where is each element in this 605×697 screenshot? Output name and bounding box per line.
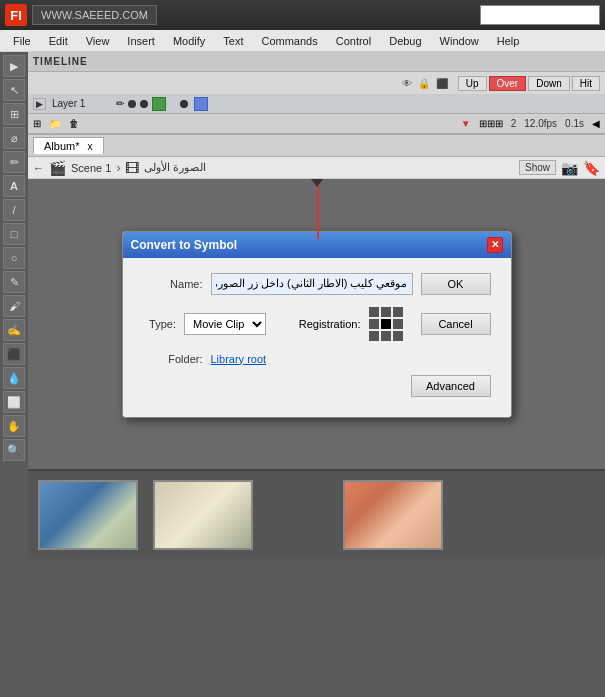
dialog-folder-row: Folder: Library root xyxy=(143,353,491,365)
movie-clip-icon: 🎞 xyxy=(125,160,139,176)
tool-eyedropper[interactable]: 💧 xyxy=(3,367,25,389)
dialog-advanced-button[interactable]: Advanced xyxy=(411,375,491,397)
timeline-add-layer[interactable]: ⊞ xyxy=(33,118,41,129)
scene-icon: 🎬 xyxy=(49,160,66,176)
frame-number: 2 xyxy=(511,118,517,129)
menu-window[interactable]: Window xyxy=(432,33,487,49)
stage-tabs: Album* x xyxy=(28,135,605,157)
layer-frame-blue xyxy=(194,97,208,111)
tool-ink[interactable]: ✍ xyxy=(3,319,25,341)
thumbnails-bar xyxy=(28,469,605,559)
timeline-controls: 👁 🔒 ⬛ Up Over Down Hit xyxy=(28,72,605,94)
dialog-ok-button[interactable]: OK xyxy=(421,273,491,295)
tool-paint-bucket[interactable]: ⬛ xyxy=(3,343,25,365)
timeline-delete[interactable]: 🗑 xyxy=(69,118,79,129)
fps-display[interactable]: 12.0fps xyxy=(524,118,557,129)
library-root-link[interactable]: Library root xyxy=(211,353,267,365)
show-icon-1[interactable]: 📷 xyxy=(561,160,578,176)
dialog-name-input[interactable] xyxy=(211,273,413,295)
title-search-box[interactable] xyxy=(480,5,600,25)
search-input[interactable] xyxy=(485,9,595,21)
timeline-btn-down[interactable]: Down xyxy=(528,76,570,91)
show-icon-2[interactable]: 🔖 xyxy=(583,160,600,176)
menu-edit[interactable]: Edit xyxy=(41,33,76,49)
thumbnail-3[interactable] xyxy=(343,480,443,550)
frame-indicator: ▼ xyxy=(461,118,471,129)
playhead-line xyxy=(317,179,319,239)
tool-brush[interactable]: 🖌 xyxy=(3,295,25,317)
dialog-type-label: Type: xyxy=(143,318,176,330)
reg-dot-tc[interactable] xyxy=(381,307,391,317)
dialog-body: Name: OK Type: Movie Clip Button Graphic xyxy=(123,258,511,417)
tool-pencil[interactable]: ✎ xyxy=(3,271,25,293)
dialog-type-select[interactable]: Movie Clip Button Graphic xyxy=(184,313,266,335)
title-bar-left: Fl WWW.SAEEED.COM xyxy=(5,4,157,26)
tool-transform[interactable]: ⊞ xyxy=(3,103,25,125)
menu-modify[interactable]: Modify xyxy=(165,33,213,49)
breadcrumb-back-icon[interactable]: ← xyxy=(33,162,44,174)
title-url: WWW.SAEEED.COM xyxy=(32,5,157,25)
layer-dot-3 xyxy=(180,100,188,108)
tool-eraser[interactable]: ⬜ xyxy=(3,391,25,413)
show-button[interactable]: Show xyxy=(519,160,556,175)
ok-cancel-group: Cancel xyxy=(421,313,491,335)
tab-close-icon[interactable]: x xyxy=(88,141,93,152)
menu-debug[interactable]: Debug xyxy=(381,33,429,49)
dialog-name-label: Name: xyxy=(143,278,203,290)
thumbnail-1[interactable] xyxy=(38,480,138,550)
reg-dot-tl[interactable] xyxy=(369,307,379,317)
layer-dot-1 xyxy=(128,100,136,108)
tab-label: Album* xyxy=(44,140,79,152)
registration-grid[interactable] xyxy=(369,307,403,341)
timeline-folder[interactable]: 📁 xyxy=(49,118,61,129)
menu-commands[interactable]: Commands xyxy=(253,33,325,49)
dialog-name-row: Name: OK xyxy=(143,273,491,295)
dialog-type-row: Type: Movie Clip Button Graphic Registra… xyxy=(143,307,491,341)
tool-text[interactable]: A xyxy=(3,175,25,197)
convert-to-symbol-dialog: Convert to Symbol ✕ Name: OK Ty xyxy=(122,231,512,418)
dialog-close-button[interactable]: ✕ xyxy=(487,237,503,253)
tool-select[interactable]: ▶ xyxy=(3,55,25,77)
fl-logo: Fl xyxy=(5,4,27,26)
tool-subselect[interactable]: ↖ xyxy=(3,79,25,101)
reg-dot-ml[interactable] xyxy=(369,319,379,329)
timeline-nav-left[interactable]: ◀ xyxy=(592,118,600,129)
registration-label: Registration: xyxy=(299,318,361,330)
stage-main: Convert to Symbol ✕ Name: OK Ty xyxy=(28,179,605,469)
tool-rect[interactable]: □ xyxy=(3,223,25,245)
reg-dot-mc[interactable] xyxy=(381,319,391,329)
timeline-label: TIMELINE xyxy=(33,56,88,67)
scene-name: Scene 1 xyxy=(71,162,111,174)
thumbnail-2[interactable] xyxy=(153,480,253,550)
menu-help[interactable]: Help xyxy=(489,33,528,49)
timeline-btn-hit[interactable]: Hit xyxy=(572,76,600,91)
timeline-btn-over[interactable]: Over xyxy=(489,76,527,91)
tool-pen[interactable]: ✏ xyxy=(3,151,25,173)
menu-insert[interactable]: Insert xyxy=(119,33,163,49)
menu-view[interactable]: View xyxy=(78,33,118,49)
reg-dot-bc[interactable] xyxy=(381,331,391,341)
menu-file[interactable]: File xyxy=(5,33,39,49)
tool-hand[interactable]: ✋ xyxy=(3,415,25,437)
timeline-icons: ⊞⊞⊞ xyxy=(479,118,503,129)
timeline-btn-up[interactable]: Up xyxy=(458,76,487,91)
timeline-bottom: ⊞ 📁 🗑 ▼ ⊞⊞⊞ 2 12.0fps 0.1s ◀ xyxy=(28,114,605,134)
reg-dot-tr[interactable] xyxy=(393,307,403,317)
menu-text[interactable]: Text xyxy=(215,33,251,49)
layer-name: Layer 1 xyxy=(52,98,112,109)
main-content: TIMELINE 👁 🔒 ⬛ Up Over Down Hit ▶ Layer … xyxy=(28,52,605,559)
reg-dot-br[interactable] xyxy=(393,331,403,341)
menu-control[interactable]: Control xyxy=(328,33,379,49)
layer-frame-green xyxy=(152,97,166,111)
tool-zoom[interactable]: 🔍 xyxy=(3,439,25,461)
dialog-cancel-button[interactable]: Cancel xyxy=(421,313,491,335)
tool-line[interactable]: / xyxy=(3,199,25,221)
tool-oval[interactable]: ○ xyxy=(3,247,25,269)
tool-lasso[interactable]: ⌀ xyxy=(3,127,25,149)
layer-dot-2 xyxy=(140,100,148,108)
timeline-header: TIMELINE xyxy=(28,52,605,72)
edit-icon[interactable]: ✏ xyxy=(116,98,124,109)
stage-tab-album[interactable]: Album* x xyxy=(33,137,104,154)
reg-dot-mr[interactable] xyxy=(393,319,403,329)
reg-dot-bl[interactable] xyxy=(369,331,379,341)
